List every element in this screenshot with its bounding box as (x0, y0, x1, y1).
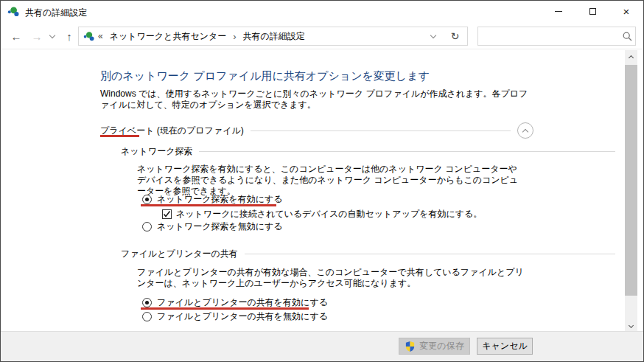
close-button[interactable]: × (609, 1, 643, 22)
up-button[interactable]: ↑ (60, 27, 79, 46)
section-network-discovery: ネットワーク探索 (121, 145, 622, 158)
radio-selected-icon[interactable] (142, 298, 152, 307)
option-label[interactable]: ネットワーク探索を無効にする (157, 220, 283, 233)
section-title: ファイルとプリンターの共有 (121, 248, 238, 260)
option-file-sharing-off[interactable]: ファイルとプリンターの共有を無効にする (142, 310, 328, 323)
settings-content: 別のネットワーク プロファイル用に共有オプションを変更します Windows で… (1, 50, 626, 333)
back-button[interactable]: ← (7, 27, 26, 46)
up-icon: ↑ (66, 30, 72, 43)
back-icon: ← (11, 30, 22, 43)
advanced-sharing-settings-window: 共有の詳細設定 × ← → ↑ « ネットワークと共有センター › 共有の詳細設… (0, 0, 644, 362)
network-discovery-description: ネットワーク探索を有効にすると、このコンピューターは他のネットワーク コンピュー… (137, 164, 526, 197)
scrollbar-thumb[interactable] (625, 65, 637, 296)
vertical-scrollbar[interactable] (625, 50, 637, 333)
breadcrumb-advanced-sharing[interactable]: 共有の詳細設定 (242, 29, 307, 44)
search-icon[interactable] (619, 32, 635, 41)
minimize-icon (555, 11, 562, 12)
network-sharing-icon (83, 31, 94, 42)
radio-unselected-icon[interactable] (142, 312, 152, 321)
cancel-button[interactable]: キャンセル (477, 338, 533, 355)
chevron-up-icon (522, 128, 528, 134)
checkbox-checked-icon[interactable] (162, 209, 172, 219)
forward-button[interactable]: → (27, 27, 46, 46)
breadcrumb-overflow-icon[interactable]: « (98, 31, 103, 41)
annotation-underline-network-discovery-on (141, 204, 276, 206)
address-dropdown-button[interactable] (427, 35, 440, 38)
minimize-button[interactable] (542, 1, 575, 22)
refresh-icon: ↻ (451, 30, 460, 42)
search-input[interactable] (478, 27, 619, 45)
option-auto-setup[interactable]: ネットワークに接続されているデバイスの自動セットアップを有効にする。 (162, 208, 482, 220)
title-bar: 共有の詳細設定 × (1, 1, 643, 23)
recent-pages-dropdown[interactable] (46, 27, 57, 46)
window-title: 共有の詳細設定 (25, 7, 87, 19)
save-button-label: 変更の保存 (419, 340, 463, 352)
option-label[interactable]: ネットワークに接続されているデバイスの自動セットアップを有効にする。 (176, 208, 482, 220)
navigation-toolbar: ← → ↑ « ネットワークと共有センター › 共有の詳細設定 ↻ (1, 23, 643, 49)
search-box (477, 27, 636, 46)
chevron-up-icon (629, 55, 634, 60)
option-network-discovery-off[interactable]: ネットワーク探索を無効にする (142, 220, 283, 233)
profile-header-private: プライベート (現在のプロファイル) (100, 122, 533, 139)
scroll-up-button[interactable] (625, 50, 637, 63)
annotation-underline-private (100, 135, 139, 137)
annotation-underline-file-sharing-on (141, 307, 309, 310)
close-icon: × (623, 5, 630, 18)
footer-bar: 変更の保存 キャンセル (1, 331, 643, 361)
chevron-down-icon (430, 32, 436, 38)
maximize-icon (589, 8, 596, 15)
section-title: ネットワーク探索 (121, 145, 192, 158)
chevron-down-icon (629, 322, 634, 327)
page-title: 別のネットワーク プロファイル用に共有オプションを変更します (100, 69, 430, 83)
option-label[interactable]: ファイルとプリンターの共有を無効にする (157, 310, 328, 323)
section-file-printer-sharing: ファイルとプリンターの共有 (121, 248, 622, 260)
file-sharing-description: ファイルとプリンターの共有が有効な場合、このコンピューターで共有しているファイル… (137, 267, 526, 289)
breadcrumb-separator-icon: › (233, 31, 236, 42)
radio-unselected-icon[interactable] (142, 222, 152, 232)
save-changes-button[interactable]: 変更の保存 (399, 338, 470, 355)
divider (245, 254, 615, 254)
intro-text: Windows では、使用するネットワークごとに別々のネットワーク プロファイル… (100, 88, 531, 111)
forward-icon: → (32, 30, 43, 43)
breadcrumb-network-sharing-center[interactable]: ネットワークと共有センター (108, 29, 228, 44)
refresh-button[interactable]: ↻ (443, 27, 468, 46)
network-sharing-app-icon (7, 6, 19, 18)
chevron-down-icon (49, 32, 55, 38)
maximize-button[interactable] (575, 1, 609, 22)
address-bar[interactable]: « ネットワークと共有センター › 共有の詳細設定 (78, 27, 444, 46)
cancel-button-label: キャンセル (482, 340, 527, 352)
collapse-section-button[interactable] (517, 122, 533, 139)
divider (251, 130, 511, 131)
divider (199, 151, 615, 152)
uac-shield-icon (405, 341, 416, 352)
radio-selected-icon[interactable] (142, 195, 152, 204)
